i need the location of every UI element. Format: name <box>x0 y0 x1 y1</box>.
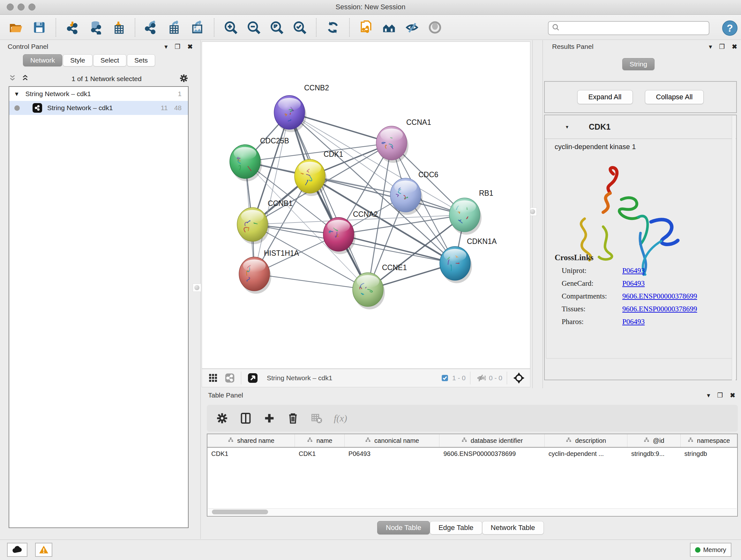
table-cell[interactable]: 9606.ENSP00000378699 <box>440 450 544 457</box>
delete-column-icon[interactable] <box>286 412 299 425</box>
table-cell[interactable]: stringdb:9... <box>627 450 681 457</box>
gene-caret-icon[interactable]: ▾ <box>566 124 568 130</box>
search-input[interactable] <box>560 22 709 34</box>
crosslink-link[interactable]: P06493 <box>622 266 645 275</box>
network-edge[interactable] <box>289 112 368 290</box>
crosshair-icon[interactable] <box>513 372 525 384</box>
tab-sets[interactable]: Sets <box>127 54 155 66</box>
zoom-fit-icon[interactable] <box>269 20 284 35</box>
left-splitter-handle[interactable] <box>193 284 201 292</box>
network-node-CDC25B[interactable] <box>230 145 262 181</box>
network-node-HIST1H1A[interactable] <box>239 257 271 294</box>
grid-view-icon[interactable] <box>208 373 219 383</box>
expand-all-icon[interactable] <box>21 74 30 84</box>
zoom-selected-icon[interactable] <box>292 20 307 35</box>
crosslink-link[interactable]: 9606.ENSP00000378699 <box>622 292 697 300</box>
help-button[interactable]: ? <box>722 20 738 36</box>
tab-network-table[interactable]: Network Table <box>482 521 544 535</box>
panel-menu-caret-icon[interactable]: ▾ <box>164 44 167 50</box>
results-scrollbar[interactable] <box>732 116 736 380</box>
network-node-RB1[interactable] <box>449 198 482 235</box>
network-row[interactable]: String Network – cdk1 11 48 <box>9 101 188 115</box>
panel-float-icon[interactable]: ❐ <box>717 392 723 398</box>
network-options-gear-icon[interactable] <box>179 73 189 84</box>
import-database-icon[interactable] <box>88 20 103 35</box>
tab-select[interactable]: Select <box>93 54 126 66</box>
network-collection-row[interactable]: ▾ String Network – cdk1 1 <box>9 87 188 101</box>
expand-all-button[interactable]: Expand All <box>577 90 633 104</box>
save-session-icon[interactable] <box>32 20 47 35</box>
network-node-CCNB1[interactable] <box>237 207 269 244</box>
table-hscrollbar[interactable] <box>208 508 737 515</box>
column-header-name[interactable]: name <box>295 434 345 447</box>
panel-menu-caret-icon[interactable]: ▾ <box>707 392 710 398</box>
home-networks-icon[interactable] <box>382 20 396 35</box>
network-node-CDKN1A[interactable] <box>440 246 472 283</box>
tree-caret-icon[interactable]: ▾ <box>15 90 18 98</box>
table-cell[interactable]: stringdb <box>681 450 737 457</box>
panel-float-icon[interactable]: ❐ <box>175 44 180 50</box>
tab-style[interactable]: Style <box>63 54 92 66</box>
column-header-database-identifier[interactable]: database identifier <box>440 434 544 447</box>
table-cell[interactable]: CDK1 <box>207 450 295 457</box>
preview-icon[interactable] <box>428 20 442 35</box>
table-cell[interactable]: CDK1 <box>295 450 345 457</box>
selected-checkbox-icon[interactable] <box>441 374 449 382</box>
network-node-CCNA2[interactable] <box>323 217 355 254</box>
export-image-icon[interactable] <box>190 20 205 35</box>
network-canvas[interactable]: CCNB2CCNA1CDC25BCDK1CDC6RB1CCNB1CCNA2CDK… <box>202 42 530 369</box>
crosslink-link[interactable]: P06493 <box>622 318 645 326</box>
panel-close-icon[interactable]: ✖ <box>730 392 735 398</box>
panel-float-icon[interactable]: ❐ <box>719 44 725 50</box>
crosslink-link[interactable]: P06493 <box>622 279 645 288</box>
function-builder-icon[interactable]: f(x) <box>334 413 347 424</box>
zoom-in-icon[interactable] <box>223 20 238 35</box>
open-file-icon[interactable] <box>9 20 23 35</box>
network-share-icon[interactable] <box>224 373 235 383</box>
add-column-icon[interactable] <box>263 412 276 425</box>
gene-header-row[interactable]: ▾ CDK1 <box>545 115 736 139</box>
table-cell[interactable]: P06493 <box>345 450 440 457</box>
column-header-namespace[interactable]: namespace <box>681 434 737 447</box>
tab-network[interactable]: Network <box>23 54 62 66</box>
network-node-CCNA1[interactable] <box>376 126 408 163</box>
network-node-CDK1[interactable] <box>294 159 327 196</box>
network-node-CCNE1[interactable] <box>353 273 385 309</box>
network-node-CCNB2[interactable] <box>274 96 307 132</box>
collapse-all-button[interactable]: Collapse All <box>645 90 704 104</box>
panel-close-icon[interactable]: ✖ <box>187 44 193 50</box>
column-header-@id[interactable]: @id <box>627 434 681 447</box>
collapse-all-icon[interactable] <box>9 74 17 84</box>
tab-edge-table[interactable]: Edge Table <box>430 521 482 535</box>
import-table-icon[interactable] <box>111 20 126 35</box>
warnings-button[interactable] <box>35 543 52 557</box>
panel-menu-caret-icon[interactable]: ▾ <box>709 44 712 50</box>
columns-icon[interactable] <box>239 412 252 425</box>
network-edge[interactable] <box>254 274 368 290</box>
delete-table-icon[interactable] <box>310 412 323 425</box>
table-gear-icon[interactable] <box>216 412 228 425</box>
import-network-icon[interactable] <box>65 20 80 35</box>
search-box[interactable] <box>548 21 710 35</box>
tab-node-table[interactable]: Node Table <box>377 521 430 535</box>
column-header-canonical-name[interactable]: canonical name <box>345 434 440 447</box>
column-header-description[interactable]: description <box>545 434 627 447</box>
hidden-eye-icon[interactable] <box>476 373 486 383</box>
refresh-icon[interactable] <box>326 20 340 35</box>
table-cell[interactable]: cyclin-dependent ... <box>545 450 627 457</box>
export-network-icon[interactable] <box>144 20 159 35</box>
column-attr-icon <box>307 437 313 445</box>
zoom-out-icon[interactable] <box>246 20 261 35</box>
table-row[interactable]: CDK1CDK1P064939606.ENSP00000378699cyclin… <box>207 448 737 460</box>
export-table-icon[interactable] <box>167 20 182 35</box>
birdseye-view-icon[interactable] <box>247 372 259 384</box>
column-header-shared-name[interactable]: shared name <box>207 434 295 447</box>
memory-button[interactable]: Memory <box>690 543 731 557</box>
hide-unhide-icon[interactable] <box>405 20 419 35</box>
panel-close-icon[interactable]: ✖ <box>732 44 737 50</box>
node-label-CDC6: CDC6 <box>418 171 439 179</box>
crosslink-link[interactable]: 9606.ENSP00000378699 <box>622 305 697 313</box>
tab-string[interactable]: String <box>622 58 655 70</box>
clone-network-icon[interactable] <box>359 20 374 35</box>
cloud-button[interactable] <box>7 543 27 557</box>
